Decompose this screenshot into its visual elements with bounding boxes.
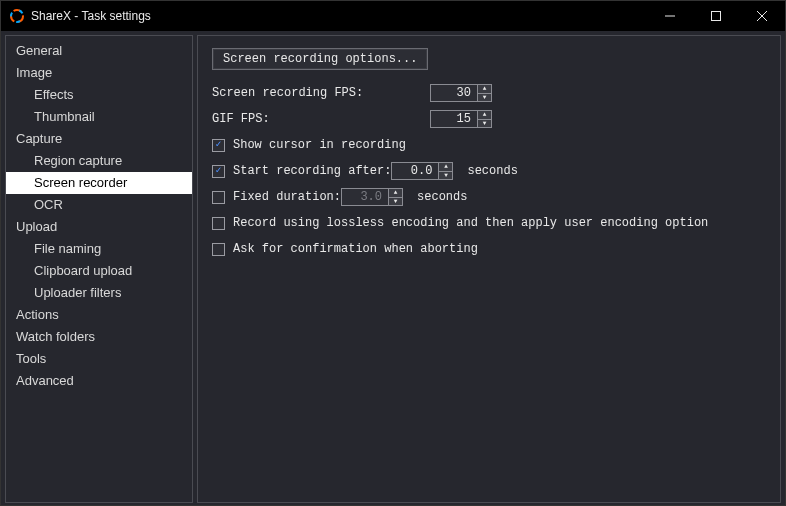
start-after-spinner[interactable]: 0.0 ▲▼ — [391, 162, 453, 180]
window-title: ShareX - Task settings — [31, 9, 151, 23]
gif-fps-value[interactable]: 15 — [431, 111, 477, 127]
confirm-abort-label: Ask for confirmation when aborting — [233, 242, 478, 256]
sidebar-item-ocr[interactable]: OCR — [6, 194, 192, 216]
fixed-duration-checkbox[interactable] — [212, 191, 225, 204]
sidebar: General Image Effects Thumbnail Capture … — [5, 35, 193, 503]
sidebar-item-tools[interactable]: Tools — [6, 348, 192, 370]
fixed-duration-spinner: 3.0 ▲▼ — [341, 188, 403, 206]
fixed-duration-value: 3.0 — [342, 189, 388, 205]
lossless-checkbox[interactable] — [212, 217, 225, 230]
lossless-label: Record using lossless encoding and then … — [233, 216, 708, 230]
fps-label: Screen recording FPS: — [212, 86, 430, 100]
start-after-checkbox[interactable] — [212, 165, 225, 178]
sidebar-item-upload[interactable]: Upload — [6, 216, 192, 238]
spinner-up-icon: ▲ — [389, 189, 402, 198]
minimize-button[interactable] — [647, 1, 693, 31]
spinner-down-icon[interactable]: ▼ — [478, 94, 491, 102]
spinner-down-icon[interactable]: ▼ — [439, 172, 452, 180]
spinner-up-icon[interactable]: ▲ — [478, 85, 491, 94]
show-cursor-checkbox[interactable] — [212, 139, 225, 152]
start-after-value[interactable]: 0.0 — [392, 163, 438, 179]
fixed-duration-unit: seconds — [417, 190, 467, 204]
spinner-up-icon[interactable]: ▲ — [478, 111, 491, 120]
app-icon — [9, 8, 25, 24]
svg-rect-3 — [712, 12, 721, 21]
recording-options-button[interactable]: Screen recording options... — [212, 48, 428, 70]
spinner-up-icon[interactable]: ▲ — [439, 163, 452, 172]
sidebar-item-effects[interactable]: Effects — [6, 84, 192, 106]
sidebar-item-capture[interactable]: Capture — [6, 128, 192, 150]
confirm-abort-checkbox[interactable] — [212, 243, 225, 256]
sidebar-item-clipboard-upload[interactable]: Clipboard upload — [6, 260, 192, 282]
sidebar-item-general[interactable]: General — [6, 40, 192, 62]
fixed-duration-label: Fixed duration: — [233, 190, 341, 204]
sidebar-item-screen-recorder[interactable]: Screen recorder — [6, 172, 192, 194]
start-after-label: Start recording after: — [233, 164, 391, 178]
sidebar-item-region-capture[interactable]: Region capture — [6, 150, 192, 172]
gif-fps-label: GIF FPS: — [212, 112, 430, 126]
sidebar-item-watch-folders[interactable]: Watch folders — [6, 326, 192, 348]
spinner-down-icon[interactable]: ▼ — [478, 120, 491, 128]
titlebar: ShareX - Task settings — [1, 1, 785, 31]
sidebar-item-actions[interactable]: Actions — [6, 304, 192, 326]
sidebar-item-image[interactable]: Image — [6, 62, 192, 84]
fps-spinner[interactable]: 30 ▲▼ — [430, 84, 492, 102]
show-cursor-label: Show cursor in recording — [233, 138, 406, 152]
main-panel: Screen recording options... Screen recor… — [197, 35, 781, 503]
fps-value[interactable]: 30 — [431, 85, 477, 101]
maximize-button[interactable] — [693, 1, 739, 31]
close-button[interactable] — [739, 1, 785, 31]
gif-fps-spinner[interactable]: 15 ▲▼ — [430, 110, 492, 128]
sidebar-item-uploader-filters[interactable]: Uploader filters — [6, 282, 192, 304]
sidebar-item-advanced[interactable]: Advanced — [6, 370, 192, 392]
sidebar-item-file-naming[interactable]: File naming — [6, 238, 192, 260]
sidebar-item-thumbnail[interactable]: Thumbnail — [6, 106, 192, 128]
start-after-unit: seconds — [467, 164, 517, 178]
spinner-down-icon: ▼ — [389, 198, 402, 206]
